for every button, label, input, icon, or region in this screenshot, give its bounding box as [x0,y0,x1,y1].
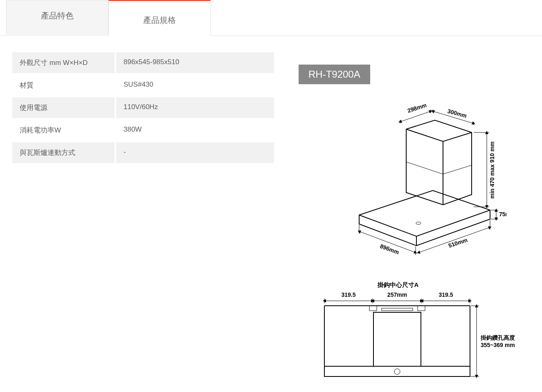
dim-label: 75mm [499,211,506,217]
dim-label: 355~369 mm [481,342,515,348]
diagram-column: RH-T9200A 298mm [299,52,534,392]
spec-row: 外觀尺寸 mm W×H×D 896x545-985x510 [12,52,274,73]
dim-label: 319.5 [439,291,453,298]
spec-row: 消耗電功率W 380W [12,120,274,141]
svg-rect-30 [369,306,377,311]
svg-rect-31 [418,306,425,311]
dim-label: min 470 max 910 mm [489,141,495,199]
diagram-front: 掛鈎中心尺寸A 319.5 257mm 319.5 [312,280,521,392]
spec-label: 外觀尺寸 mm W×H×D [12,52,115,73]
spec-value: 896x545-985x510 [116,52,274,73]
dim-label: 319.5 [341,291,355,298]
spec-row: 使用電源 110V/60Hz [12,97,274,118]
spec-label: 使用電源 [12,97,115,118]
model-badge: RH-T9200A [299,65,370,84]
diagram-title: 掛鈎中心尺寸A [377,281,418,288]
diagram-isometric: 298mm 300mm [326,101,506,264]
svg-line-18 [418,227,490,253]
spec-label: 消耗電功率W [12,120,115,141]
spec-value: 110V/60Hz [116,97,274,118]
svg-rect-32 [382,308,413,311]
dim-label: 257mm [387,291,407,298]
spec-row: 材質 SUS#430 [12,75,274,96]
spec-value: 380W [116,120,274,141]
dim-label: 510mm [447,237,468,249]
dim-label: 300mm [447,108,468,119]
tab-features[interactable]: 產品特色 [6,0,108,36]
dim-label: 298mm [406,102,427,114]
svg-rect-33 [373,312,421,366]
svg-line-7 [443,165,472,174]
svg-line-6 [406,162,443,174]
svg-point-35 [394,369,400,374]
spec-value: - [116,142,274,163]
tab-bar: 產品特色 產品規格 [0,0,542,36]
svg-rect-34 [324,366,470,376]
spec-row: 與瓦斯爐連動方式 - [12,142,274,163]
spec-label: 與瓦斯爐連動方式 [12,142,115,163]
spec-value: SUS#430 [116,75,274,96]
tab-specs[interactable]: 產品規格 [108,0,211,36]
spec-table: 外觀尺寸 mm W×H×D 896x545-985x510 材質 SUS#430… [12,52,274,392]
content: 外觀尺寸 mm W×H×D 896x545-985x510 材質 SUS#430… [0,36,542,392]
svg-line-0 [400,111,431,122]
svg-point-11 [416,222,421,224]
dim-label: 掛鈎鑽孔高度 [480,334,515,341]
dim-label: 896mm [379,243,400,256]
spec-label: 材質 [12,75,115,96]
